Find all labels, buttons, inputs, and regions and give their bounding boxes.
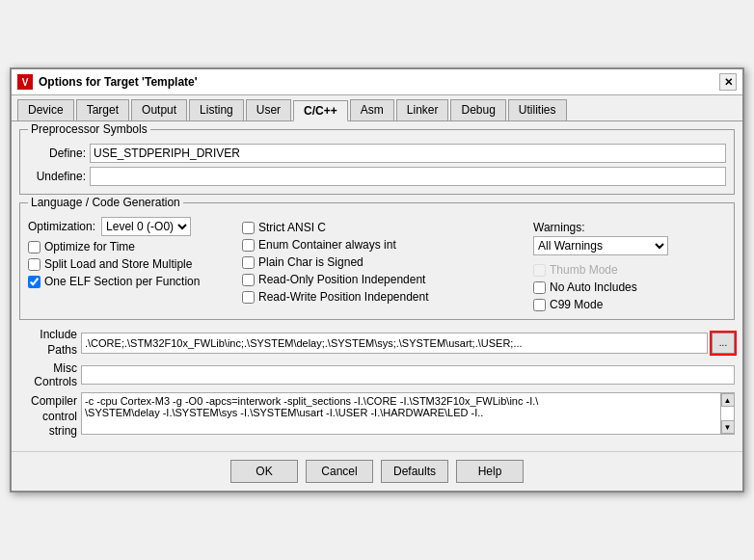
split-load-checkbox[interactable] — [28, 258, 40, 271]
strict-ansi-checkbox[interactable] — [242, 222, 255, 234]
c99-mode-checkbox[interactable] — [533, 299, 546, 311]
optimization-label: Optimization: — [28, 220, 95, 233]
tab-output[interactable]: Output — [131, 99, 187, 120]
check-thumb-mode: Thumb Mode — [533, 263, 726, 277]
undefine-row: Undefine: — [28, 167, 726, 186]
language-group: Language / Code Generation Optimization:… — [19, 202, 735, 320]
check-ro-position: Read-Only Position Independent — [242, 273, 531, 286]
define-label: Define: — [28, 147, 86, 160]
thumb-mode-checkbox — [533, 264, 546, 277]
preprocessor-title: Preprocessor Symbols — [28, 122, 150, 136]
main-window: V Options for Target 'Template' ✕ Device… — [10, 67, 744, 493]
tab-debug[interactable]: Debug — [450, 99, 505, 120]
no-auto-includes-checkbox[interactable] — [533, 281, 546, 294]
compiler-scrollbar: ▲ ▼ — [720, 393, 734, 434]
preprocessor-group: Preprocessor Symbols Define: Undefine: — [19, 129, 735, 195]
enum-container-checkbox[interactable] — [242, 239, 255, 252]
language-title: Language / Code Generation — [28, 196, 183, 209]
define-input[interactable] — [90, 144, 726, 163]
include-paths-label: IncludePaths — [19, 328, 77, 358]
lang-col1: Optimization: Level 0 (-O0) Optimize for… — [28, 217, 240, 311]
misc-label: MiscControls — [19, 361, 77, 388]
tab-target[interactable]: Target — [76, 99, 129, 120]
rw-position-label: Read-Write Position Independent — [258, 290, 429, 304]
define-row: Define: — [28, 144, 726, 163]
tab-linker[interactable]: Linker — [396, 99, 449, 120]
language-grid: Optimization: Level 0 (-O0) Optimize for… — [28, 209, 726, 311]
warnings-label: Warnings: — [533, 221, 726, 234]
undefine-label: Undefine: — [28, 170, 86, 183]
lang-col3: Warnings: All Warnings Thumb Mode No Aut… — [533, 217, 726, 311]
main-content: Preprocessor Symbols Define: Undefine: L… — [12, 121, 742, 451]
no-auto-includes-label: No Auto Includes — [550, 280, 637, 294]
include-paths-row: IncludePaths ... — [19, 328, 735, 358]
close-button[interactable]: ✕ — [719, 73, 737, 91]
check-one-elf: One ELF Section per Function — [28, 275, 240, 288]
check-strict-ansi: Strict ANSI C — [242, 221, 531, 234]
scroll-up-button[interactable]: ▲ — [721, 393, 735, 407]
warnings-select[interactable]: All Warnings — [533, 236, 668, 255]
rw-position-checkbox[interactable] — [242, 291, 255, 304]
compiler-text-area: -c -cpu Cortex-M3 -g -O0 -apcs=interwork… — [81, 392, 735, 435]
c99-mode-label: C99 Mode — [550, 298, 603, 311]
optimize-time-checkbox[interactable] — [28, 241, 40, 253]
misc-row: MiscControls — [19, 361, 735, 388]
compiler-line1: -c -cpu Cortex-M3 -g -O0 -apcs=interwork… — [85, 395, 715, 407]
compiler-line2: \SYSTEM\delay -I.\SYSTEM\sys -I.\SYSTEM\… — [85, 407, 715, 418]
tab-asm[interactable]: Asm — [350, 99, 394, 120]
footer: OK Cancel Defaults Help — [12, 451, 742, 491]
strict-ansi-label: Strict ANSI C — [258, 221, 326, 234]
compiler-row: Compilercontrolstring -c -cpu Cortex-M3 … — [19, 392, 735, 440]
check-rw-position: Read-Write Position Independent — [242, 290, 531, 304]
optimize-time-label: Optimize for Time — [44, 240, 135, 253]
check-optimize-time: Optimize for Time — [28, 240, 240, 253]
plain-char-label: Plain Char is Signed — [258, 255, 364, 269]
scroll-down-button[interactable]: ▼ — [721, 420, 735, 434]
tab-device[interactable]: Device — [17, 99, 74, 120]
check-c99: C99 Mode — [533, 298, 726, 311]
window-title: Options for Target 'Template' — [39, 75, 198, 89]
enum-container-label: Enum Container always int — [258, 238, 396, 252]
titlebar-left: V Options for Target 'Template' — [17, 74, 198, 90]
lang-col2: Strict ANSI C Enum Container always int … — [242, 217, 531, 311]
tab-user[interactable]: User — [246, 99, 291, 120]
one-elf-checkbox[interactable] — [28, 276, 40, 288]
ro-position-label: Read-Only Position Independent — [258, 273, 425, 286]
tab-listing[interactable]: Listing — [189, 99, 244, 120]
plain-char-checkbox[interactable] — [242, 256, 255, 269]
optimization-select[interactable]: Level 0 (-O0) — [101, 217, 191, 236]
split-load-label: Split Load and Store Multiple — [44, 257, 192, 271]
tab-utilities[interactable]: Utilities — [508, 99, 567, 120]
ok-button[interactable]: OK — [230, 460, 298, 483]
check-split-load: Split Load and Store Multiple — [28, 257, 240, 271]
cancel-button[interactable]: Cancel — [306, 460, 373, 483]
tabs-bar: Device Target Output Listing User C/C++ … — [12, 95, 742, 121]
thumb-mode-label: Thumb Mode — [550, 263, 618, 277]
optimization-row: Optimization: Level 0 (-O0) — [28, 217, 240, 236]
check-no-auto: No Auto Includes — [533, 280, 726, 294]
check-plain-char: Plain Char is Signed — [242, 255, 531, 269]
warnings-section: Warnings: All Warnings — [533, 221, 726, 255]
defaults-button[interactable]: Defaults — [381, 460, 448, 483]
check-enum-container: Enum Container always int — [242, 238, 531, 252]
tab-cpp[interactable]: C/C++ — [293, 100, 348, 121]
titlebar: V Options for Target 'Template' ✕ — [12, 69, 742, 95]
one-elf-label: One ELF Section per Function — [44, 275, 200, 288]
browse-button[interactable]: ... — [712, 333, 735, 354]
help-button[interactable]: Help — [456, 460, 524, 483]
app-icon: V — [17, 74, 33, 90]
compiler-label: Compilercontrolstring — [19, 392, 77, 440]
undefine-input[interactable] — [90, 167, 726, 186]
ro-position-checkbox[interactable] — [242, 274, 255, 286]
misc-input[interactable] — [81, 365, 735, 385]
include-paths-input[interactable] — [81, 333, 708, 354]
